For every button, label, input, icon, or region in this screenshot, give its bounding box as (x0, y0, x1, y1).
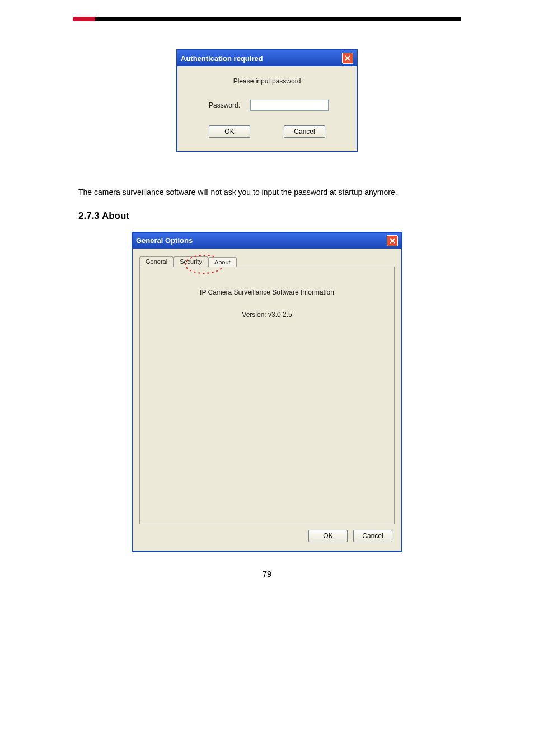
ok-button[interactable]: OK (308, 530, 348, 542)
cancel-button[interactable]: Cancel (284, 125, 325, 138)
tab-strip: General Security About (139, 256, 395, 267)
close-icon[interactable] (342, 53, 353, 64)
auth-message: Please input password (192, 77, 342, 85)
options-title: General Options (136, 236, 193, 245)
auth-dialog: Authentication required Please input pas… (176, 49, 358, 152)
options-titlebar[interactable]: General Options (133, 233, 401, 249)
about-heading: IP Camera Surveillance Software Informat… (200, 288, 334, 296)
page-rule (73, 17, 461, 27)
cancel-button[interactable]: Cancel (353, 530, 392, 542)
about-version: Version: v3.0.2.5 (242, 311, 292, 319)
section-heading: 2.7.3 About (78, 211, 456, 222)
tab-general[interactable]: General (139, 256, 174, 267)
ok-button[interactable]: OK (209, 125, 250, 138)
about-tab-content: IP Camera Surveillance Software Informat… (139, 267, 395, 524)
tab-security[interactable]: Security (174, 256, 208, 267)
password-label: Password: (201, 101, 240, 109)
page-number: 79 (0, 569, 534, 578)
body-text: The camera surveillance software will no… (78, 186, 456, 199)
options-dialog: General Options General Security About I (132, 232, 402, 552)
close-icon[interactable] (387, 235, 398, 246)
tab-about[interactable]: About (208, 257, 237, 267)
auth-titlebar[interactable]: Authentication required (177, 50, 357, 66)
auth-title: Authentication required (181, 54, 263, 63)
password-input[interactable] (250, 100, 329, 111)
